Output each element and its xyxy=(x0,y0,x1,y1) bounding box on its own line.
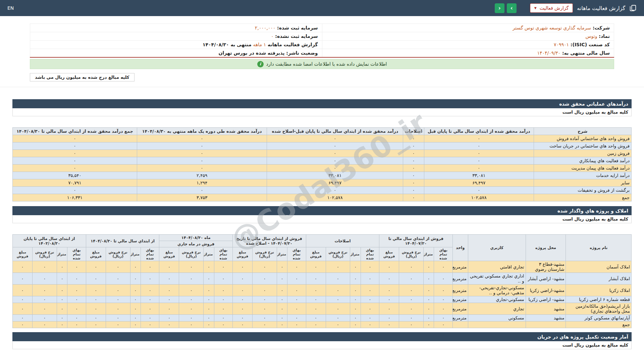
info-label: گزارش فعالیت ماهانه xyxy=(266,42,318,47)
project-value-cell: ۰ xyxy=(214,303,232,315)
revenue-value-cell: ۰ xyxy=(13,150,137,157)
amounts-unit-note-box: کلیه مبالغ درج شده به میلیون ریال می باش… xyxy=(30,73,135,81)
project-value-cell: ۰ xyxy=(179,303,204,315)
project-value-cell: ۰ xyxy=(287,303,306,315)
project-value-cell: ۰ xyxy=(130,321,141,328)
project-value-cell: ۰ xyxy=(179,273,204,285)
project-value-cell: ۰ xyxy=(232,285,252,296)
revenue-value-cell: ۰ xyxy=(267,142,403,150)
projects-subcol-header: نرخ فروش (ریال) xyxy=(33,247,57,261)
language-toggle[interactable]: EN xyxy=(7,5,14,11)
projects-subcol-header: مبلغ فروش xyxy=(379,247,399,261)
info-cell-left: سرمایه ثبت نشده: ۰ xyxy=(30,32,322,41)
projects-col-header: نام پروژه xyxy=(566,235,632,261)
projects-group-header: فروش از ابتداي سال مالي تا ۱۴۰۴/۰۷/۳۰ xyxy=(379,235,453,247)
project-name: املاک آبشار xyxy=(566,273,632,285)
report-nav-arrows: › ‹ xyxy=(495,3,517,13)
company-info-table: شرکت: سرمایه گذاري توسعه شهري توس گسترسر… xyxy=(30,23,614,58)
project-value-cell: ۰ xyxy=(232,321,252,328)
info-label: نماد: xyxy=(597,34,610,39)
project-value-cell: ۰ xyxy=(106,273,130,285)
project-value-cell: ۰ xyxy=(159,273,179,285)
project-value-cell: ۰ xyxy=(287,261,306,273)
revenue-value-cell: ۳۵,۵۴۰ xyxy=(13,172,137,179)
projects-subcol-header: مبلغ فروش xyxy=(159,247,179,261)
info-cell-left: گزارش فعالیت ماهانه ۱ ماهه منتهی به ۱۴۰۴… xyxy=(30,41,322,49)
info-cell-left: وضعیت ناشر: پذیرفته شده در بورس تهران xyxy=(30,49,322,58)
revenue-value-cell: ۰ xyxy=(424,165,534,172)
revenue-value-cell: ۰ xyxy=(137,142,267,150)
revenue-value-cell: ۰ xyxy=(267,135,403,142)
project-value-cell: ۰ xyxy=(179,321,204,328)
project-value-cell: ۰ xyxy=(424,296,434,303)
report-copy-icon[interactable] xyxy=(629,4,637,12)
project-value-cell: ۰ xyxy=(141,261,159,273)
revenue-row-label: درآمد فعالیت هاي پیمانکاري xyxy=(534,157,632,165)
project-value-cell: ۰ xyxy=(57,303,67,315)
projects-subcol-header: بهاي تمام شده xyxy=(67,247,86,261)
info-label: سرمایه ثبت نشده: xyxy=(273,34,318,39)
project-value-cell: ۰ xyxy=(424,285,434,296)
revenue-value-cell: ۰ xyxy=(137,187,267,194)
prev-report-button[interactable]: ‹ xyxy=(495,3,504,13)
info-cell-right: شرکت: سرمایه گذاري توسعه شهري توس گستر xyxy=(322,24,614,32)
project-value-cell: ۰ xyxy=(86,321,106,328)
info-label: وضعیت ناشر: xyxy=(284,50,318,56)
project-unit: مترمربع xyxy=(452,303,468,315)
project-row: بازار ابریشم(حق مالکانه/زمین محل واحدهاي… xyxy=(13,303,632,315)
project-value-cell: ۰ xyxy=(13,285,33,296)
project-value-cell: ۰ xyxy=(141,321,159,328)
revenue-value-cell: ۰ xyxy=(13,187,137,194)
project-value-cell: ۰ xyxy=(33,261,57,273)
report-type-dropdown[interactable]: گزارش فعالیت ▼ xyxy=(530,3,573,13)
section-header-realized-revenue: درآمدهاي عملياتي محقق شده xyxy=(12,99,632,108)
info-value: ۲,۰۰۰,۰۰۰ xyxy=(255,25,276,31)
project-value-cell: ۰ xyxy=(379,285,399,296)
project-location: مشهد xyxy=(526,303,566,315)
project-value-cell: ۰ xyxy=(306,303,326,315)
projects-subcol-header: متراژ xyxy=(277,247,287,261)
project-value-cell: ۰ xyxy=(179,315,204,321)
revenue-row: فروش واحد هاي ساختماني در جریان ساخت۰۰۰۰… xyxy=(13,142,632,150)
revenue-col-header: جمع درآمد محقق شده از ابتداي سال مالي تا… xyxy=(13,128,137,135)
revenue-value-cell: ۷۰,۷۹۱ xyxy=(13,179,137,187)
project-value-cell: ۰ xyxy=(57,321,67,328)
info-label: کد صنعت (ISIC): xyxy=(569,42,610,47)
project-value-cell: ۰ xyxy=(57,315,67,321)
revenue-value-cell: ۰ xyxy=(13,135,137,142)
info-label-suffix: منتهی به ۱۴۰۴/۰۸/۳۰ xyxy=(203,42,253,47)
project-value-cell: ۰ xyxy=(361,303,379,315)
project-value-cell: ۰ xyxy=(287,273,306,285)
next-report-button[interactable]: › xyxy=(507,3,517,13)
project-value-cell: ۰ xyxy=(67,303,86,315)
project-value-cell: ۰ xyxy=(141,296,159,303)
project-value-cell: ۰ xyxy=(277,303,287,315)
projects-subcol-header: متراژ xyxy=(350,247,361,261)
project-value-cell: ۰ xyxy=(232,303,252,315)
project-value-cell: ۰ xyxy=(130,285,141,296)
project-value-cell: ۰ xyxy=(86,285,106,296)
project-value-cell: ۰ xyxy=(424,315,434,321)
project-value-cell: ۰ xyxy=(159,285,179,296)
project-value-cell: ۰ xyxy=(130,296,141,303)
project-value-cell: ۰ xyxy=(361,296,379,303)
projects-group-header: از ابتداي سال مالي تا ۱۴۰۴/۰۸/۳۰ xyxy=(86,235,159,247)
revenue-row-label: برگشت از فروش و تخفیفات xyxy=(534,187,632,194)
project-name: آپارتمانهاي مسکوني کوثر xyxy=(566,315,632,321)
revenue-value-cell: ۰ xyxy=(403,187,424,194)
project-value-cell: ۰ xyxy=(326,303,350,315)
projects-subcol-header: مبلغ فروش xyxy=(86,247,106,261)
project-value-cell: ۰ xyxy=(399,321,424,328)
project-value-cell: ۰ xyxy=(326,296,350,303)
revenue-row-label: سایر xyxy=(534,179,632,187)
project-value-cell: ۰ xyxy=(214,285,232,296)
projects-header-row-groups: نام پروژهمحل پروژهکاربريواحدفروش از ابتد… xyxy=(13,235,632,241)
project-value-cell: ۰ xyxy=(306,296,326,303)
section-title: آمار وضعیت تکمیل پروژه هاي در جریان xyxy=(537,334,628,340)
project-value-cell: ۰ xyxy=(424,273,434,285)
projects-subcol-header: متراژ xyxy=(204,247,214,261)
project-name: املاک آسمان xyxy=(566,261,632,273)
project-value-cell: ۰ xyxy=(106,303,130,315)
project-value-cell: ۰ xyxy=(253,303,277,315)
info-label: سال مالی منتهی به: xyxy=(560,50,610,56)
